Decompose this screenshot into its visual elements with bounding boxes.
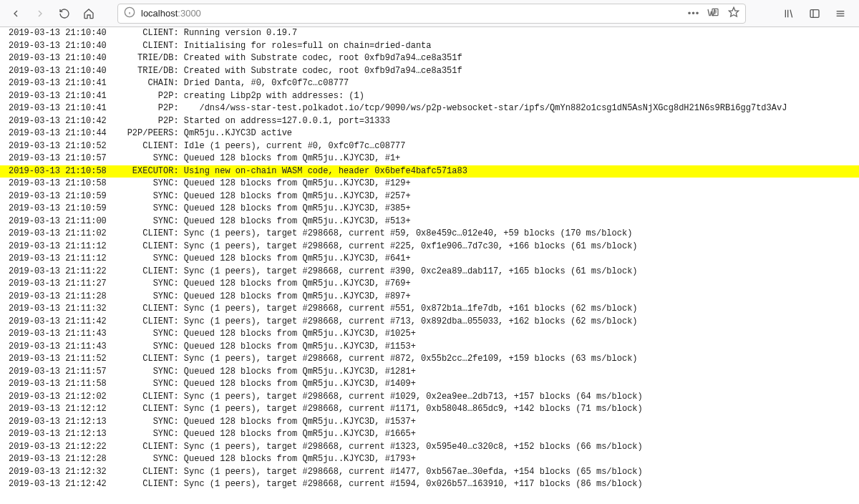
log-line: 2019-03-13 21:10:41 P2P: creating Libp2p… <box>0 90 859 103</box>
log-line: 2019-03-13 21:11:32 CLIENT: Sync (1 peer… <box>0 303 859 316</box>
log-line: 2019-03-13 21:11:02 CLIENT: Sync (1 peer… <box>0 228 859 241</box>
sidebar-icon[interactable] <box>805 4 825 24</box>
log-line: 2019-03-13 21:11:52 CLIENT: Sync (1 peer… <box>0 353 859 366</box>
log-line: 2019-03-13 21:11:43 SYNC: Queued 128 blo… <box>0 328 859 341</box>
log-line: 2019-03-13 21:10:58 SYNC: Queued 128 blo… <box>0 178 859 190</box>
bookmark-star-icon[interactable] <box>728 6 739 20</box>
browser-toolbar: localhost:3000 ••• <box>0 0 859 27</box>
log-line: 2019-03-13 21:11:12 SYNC: Queued 128 blo… <box>0 253 859 266</box>
forward-button[interactable] <box>30 4 50 24</box>
log-line: 2019-03-13 21:10:59 SYNC: Queued 128 blo… <box>0 190 859 203</box>
log-line: 2019-03-13 21:10:40 CLIENT: Running vers… <box>0 27 859 40</box>
log-line: 2019-03-13 21:11:27 SYNC: Queued 128 blo… <box>0 278 859 291</box>
url-bar[interactable]: localhost:3000 ••• <box>117 4 746 24</box>
log-line: 2019-03-13 21:12:42 CLIENT: Sync (1 peer… <box>0 478 859 491</box>
log-output[interactable]: 2019-03-13 21:10:40 CLIENT: Running vers… <box>0 27 859 504</box>
site-info-icon[interactable] <box>124 6 135 20</box>
url-text: localhost:3000 <box>141 8 201 19</box>
log-line: 2019-03-13 21:11:12 CLIENT: Sync (1 peer… <box>0 241 859 253</box>
log-line: 2019-03-13 21:12:12 CLIENT: Sync (1 peer… <box>0 403 859 416</box>
page-actions-icon[interactable]: ••• <box>688 8 700 19</box>
log-line: 2019-03-13 21:10:40 TRIE/DB: Created wit… <box>0 52 859 65</box>
library-icon[interactable] <box>779 4 799 24</box>
log-line: 2019-03-13 21:12:13 SYNC: Queued 128 blo… <box>0 428 859 441</box>
log-line: 2019-03-13 21:10:41 P2P: /dns4/wss-star-… <box>0 102 859 115</box>
log-line: 2019-03-13 21:11:22 CLIENT: Sync (1 peer… <box>0 266 859 278</box>
log-line: 2019-03-13 21:10:52 CLIENT: Idle (1 peer… <box>0 140 859 153</box>
reload-button[interactable] <box>54 4 74 24</box>
svg-rect-11 <box>810 9 819 17</box>
log-line: 2019-03-13 21:12:13 SYNC: Queued 128 blo… <box>0 416 859 429</box>
log-line: 2019-03-13 21:10:40 CLIENT: Initialising… <box>0 40 859 53</box>
log-line: 2019-03-13 21:11:28 SYNC: Queued 128 blo… <box>0 291 859 304</box>
log-line: 2019-03-13 21:10:40 TRIE/DB: Created wit… <box>0 65 859 78</box>
log-line: 2019-03-13 21:11:57 SYNC: Queued 128 blo… <box>0 366 859 379</box>
log-line: 2019-03-13 21:11:42 CLIENT: Sync (1 peer… <box>0 316 859 329</box>
menu-icon[interactable] <box>830 4 850 24</box>
log-line: 2019-03-13 21:11:43 SYNC: Queued 128 blo… <box>0 341 859 354</box>
log-line: 2019-03-13 21:12:28 SYNC: Queued 128 blo… <box>0 453 859 466</box>
reader-mode-icon[interactable] <box>707 6 721 20</box>
log-line: 2019-03-13 21:11:00 SYNC: Queued 128 blo… <box>0 215 859 228</box>
log-line: 2019-03-13 21:10:57 SYNC: Queued 128 blo… <box>0 152 859 165</box>
log-line: 2019-03-13 21:12:32 CLIENT: Sync (1 peer… <box>0 466 859 479</box>
log-line: 2019-03-13 21:10:59 SYNC: Queued 128 blo… <box>0 203 859 215</box>
log-line: 2019-03-13 21:10:42 P2P: Started on addr… <box>0 115 859 128</box>
log-line: 2019-03-13 21:12:22 CLIENT: Sync (1 peer… <box>0 441 859 454</box>
log-line: 2019-03-13 21:11:58 SYNC: Queued 128 blo… <box>0 378 859 391</box>
home-button[interactable] <box>79 4 99 24</box>
log-line: 2019-03-13 21:10:44 P2P/PEERS: QmR5ju..K… <box>0 127 859 140</box>
svg-marker-7 <box>729 7 738 16</box>
svg-line-10 <box>790 9 792 17</box>
log-line: 2019-03-13 21:10:58 EXECUTOR: Using new … <box>0 165 859 178</box>
back-button[interactable] <box>6 4 26 24</box>
log-line: 2019-03-13 21:12:02 CLIENT: Sync (1 peer… <box>0 391 859 404</box>
log-line: 2019-03-13 21:10:41 CHAIN: Dried Danta, … <box>0 77 859 90</box>
